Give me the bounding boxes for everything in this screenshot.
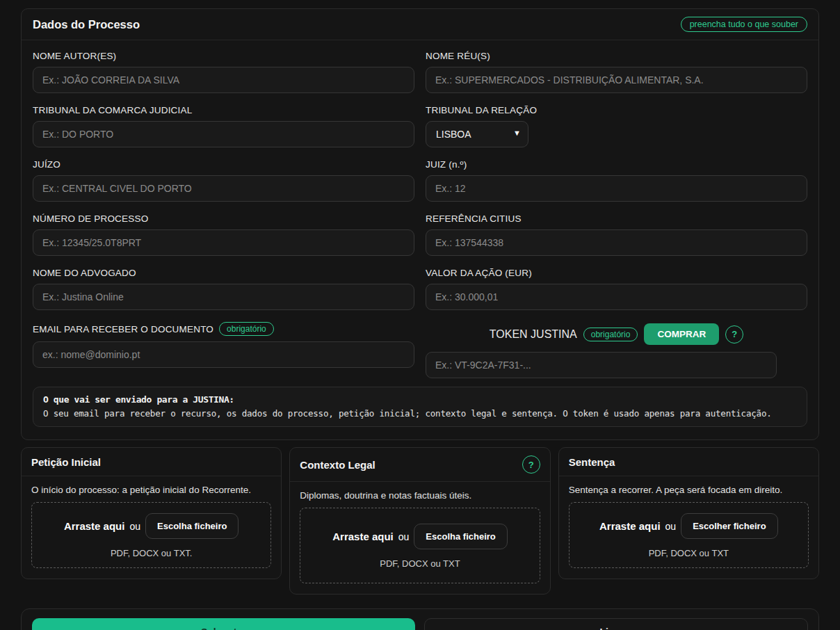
- claim-value-label: VALOR DA AÇÃO (EUR): [426, 268, 807, 278]
- justina-info-box: O que vai ser enviado para a JUSTINA: O …: [33, 387, 807, 427]
- drag-here-label: Arraste aqui: [64, 520, 125, 532]
- appeal-court-select[interactable]: LISBOA: [426, 121, 528, 147]
- card-sentence: Sentença Sentença a recorrer. A peça ser…: [558, 447, 819, 579]
- authors-input[interactable]: [33, 67, 414, 93]
- choose-file-button[interactable]: Escolher ficheiro: [681, 513, 777, 539]
- defendants-input[interactable]: [426, 67, 807, 93]
- form-row-2: TRIBUNAL DA COMARCA JUDICIAL TRIBUNAL DA…: [33, 105, 807, 147]
- token-input[interactable]: [426, 352, 777, 378]
- field-citius-reference: REFERÊNCIA CITIUS: [426, 213, 807, 256]
- initial-petition-description: O início do processo: a petição inicial …: [31, 485, 271, 495]
- form-row-3: JUÍZO JUIZ (n.º): [33, 159, 807, 202]
- drop-instruction: Arraste aqui ou Escolha ficheiro: [38, 513, 265, 539]
- defendants-label: NOME RÉU(S): [426, 51, 807, 61]
- file-types-hint: PDF, DOCX ou TXT: [575, 548, 802, 558]
- drag-here-label: Arraste aqui: [599, 520, 661, 532]
- appeal-court-select-wrap: LISBOA ▼: [426, 121, 528, 147]
- case-number-input[interactable]: [33, 229, 414, 256]
- email-input[interactable]: [33, 341, 414, 368]
- field-defendants: NOME RÉU(S): [426, 51, 807, 93]
- initial-petition-title: Petição Inicial: [31, 456, 101, 468]
- authors-label: NOME AUTOR(ES): [33, 51, 414, 61]
- drag-here-label: Arraste aqui: [332, 531, 394, 542]
- clear-button[interactable]: Limpar: [424, 618, 809, 630]
- token-label-row: TOKEN JUSTINA obrigatório COMPRAR ?: [426, 323, 807, 345]
- field-case-number: NÚMERO DE PROCESSO: [33, 213, 414, 256]
- field-judge-number: JUIZ (n.º): [426, 159, 807, 202]
- file-types-hint: PDF, DOCX ou TXT.: [38, 548, 265, 558]
- legal-context-title: Contexto Legal: [300, 459, 375, 471]
- initial-petition-dropzone[interactable]: Arraste aqui ou Escolha ficheiro PDF, DO…: [31, 502, 271, 568]
- court-section-label: JUÍZO: [33, 159, 414, 170]
- or-label: ou: [398, 531, 410, 542]
- action-bar: Submeter Limpar: [21, 608, 819, 630]
- token-label: TOKEN JUSTINA: [490, 328, 577, 341]
- page-title: Dados do Processo: [33, 18, 140, 31]
- choose-file-button[interactable]: Escolha ficheiro: [145, 513, 239, 539]
- citius-reference-input[interactable]: [426, 229, 807, 256]
- lawyer-name-input[interactable]: [33, 284, 414, 310]
- legal-context-help-icon[interactable]: ?: [522, 455, 540, 474]
- card-initial-petition: Petição Inicial O início do processo: a …: [21, 447, 282, 579]
- case-number-label: NÚMERO DE PROCESSO: [33, 213, 414, 224]
- email-required-badge: obrigatório: [219, 322, 274, 336]
- field-token: TOKEN JUSTINA obrigatório COMPRAR ?: [426, 322, 807, 378]
- info-box-title: O que vai ser enviado para a JUSTINA:: [43, 394, 797, 405]
- email-label: EMAIL PARA RECEBER O DOCUMENTO: [33, 324, 213, 334]
- legal-context-description: Diplomas, doutrina e notas factuais útei…: [300, 490, 540, 501]
- sentence-description: Sentença a recorrer. A peça será focada …: [569, 485, 809, 495]
- sentence-title: Sentença: [569, 456, 615, 468]
- form-row-6: EMAIL PARA RECEBER O DOCUMENTO obrigatór…: [33, 322, 807, 378]
- sentence-dropzone[interactable]: Arraste aqui ou Escolher ficheiro PDF, D…: [569, 502, 809, 568]
- process-form: NOME AUTOR(ES) NOME RÉU(S) TRIBUNAL DA C…: [22, 40, 818, 439]
- form-row-1: NOME AUTOR(ES) NOME RÉU(S): [33, 51, 807, 93]
- buy-token-button[interactable]: COMPRAR: [644, 323, 719, 345]
- form-row-4: NÚMERO DE PROCESSO REFERÊNCIA CITIUS: [33, 213, 807, 256]
- field-district-court: TRIBUNAL DA COMARCA JUDICIAL: [33, 105, 414, 147]
- or-label: ou: [129, 521, 140, 532]
- card-legal-context: Contexto Legal ? Diplomas, doutrina e no…: [289, 447, 550, 595]
- initial-petition-header: Petição Inicial: [22, 448, 281, 476]
- fill-hint-badge: preencha tudo o que souber: [681, 17, 807, 32]
- sentence-header: Sentença: [559, 448, 818, 476]
- field-lawyer-name: NOME DO ADVOGADO: [33, 268, 414, 310]
- drop-instruction: Arraste aqui ou Escolher ficheiro: [575, 513, 802, 539]
- choose-file-button[interactable]: Escolha ficheiro: [414, 524, 507, 549]
- token-help-icon[interactable]: ?: [725, 325, 743, 344]
- submit-button[interactable]: Submeter: [32, 618, 415, 630]
- page: Dados do Processo preencha tudo o que so…: [0, 0, 840, 630]
- field-court-section: JUÍZO: [33, 159, 414, 202]
- district-court-label: TRIBUNAL DA COMARCA JUDICIAL: [33, 105, 414, 115]
- email-label-row: EMAIL PARA RECEBER O DOCUMENTO obrigatór…: [33, 322, 414, 336]
- judge-number-input[interactable]: [426, 175, 807, 202]
- field-claim-value: VALOR DA AÇÃO (EUR): [426, 268, 807, 310]
- appeal-court-label: TRIBUNAL DA RELAÇÃO: [426, 105, 807, 115]
- sentence-body: Sentença a recorrer. A peça será focada …: [559, 476, 818, 579]
- legal-context-body: Diplomas, doutrina e notas factuais útei…: [290, 482, 549, 594]
- drop-instruction: Arraste aqui ou Escolha ficheiro: [306, 524, 533, 549]
- lawyer-name-label: NOME DO ADVOGADO: [33, 268, 414, 278]
- file-types-hint: PDF, DOCX ou TXT: [306, 558, 533, 569]
- token-required-badge: obrigatório: [583, 328, 638, 341]
- info-box-body: O seu email para receber o recurso, os d…: [43, 408, 797, 419]
- judge-number-label: JUIZ (n.º): [426, 159, 807, 170]
- court-section-input[interactable]: [33, 175, 414, 202]
- district-court-input[interactable]: [33, 121, 414, 147]
- field-authors: NOME AUTOR(ES): [33, 51, 414, 93]
- initial-petition-body: O início do processo: a petição inicial …: [22, 476, 281, 579]
- field-email: EMAIL PARA RECEBER O DOCUMENTO obrigatór…: [33, 322, 414, 378]
- field-appeal-court: TRIBUNAL DA RELAÇÃO LISBOA ▼: [426, 105, 807, 147]
- legal-context-dropzone[interactable]: Arraste aqui ou Escolha ficheiro PDF, DO…: [300, 508, 540, 583]
- citius-reference-label: REFERÊNCIA CITIUS: [426, 213, 807, 224]
- panel-header: Dados do Processo preencha tudo o que so…: [22, 9, 818, 40]
- upload-cards: Petição Inicial O início do processo: a …: [21, 447, 819, 595]
- legal-context-header: Contexto Legal ?: [290, 448, 549, 482]
- or-label: ou: [665, 521, 677, 532]
- claim-value-input[interactable]: [426, 284, 807, 310]
- form-row-5: NOME DO ADVOGADO VALOR DA AÇÃO (EUR): [33, 268, 807, 310]
- process-data-panel: Dados do Processo preencha tudo o que so…: [21, 8, 819, 440]
